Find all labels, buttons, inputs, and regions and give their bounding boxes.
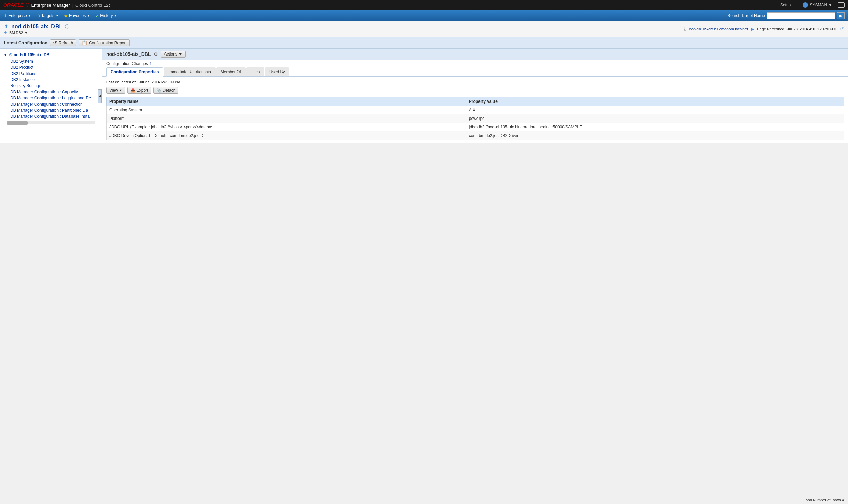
tab-used-by[interactable]: Used By <box>265 67 289 76</box>
em-title: Enterprise Manager <box>31 3 70 8</box>
page-title-row: ⬆ nod-db105-aix_DBL ⓘ <box>4 23 69 30</box>
favorites-label: Favorites <box>69 13 86 18</box>
em-divider: | <box>72 3 73 8</box>
sidebar-item-db-manager-partitioned[interactable]: DB Manager Configuration : Partitioned D… <box>0 107 102 113</box>
latest-config-bar: Latest Configuration ↺ Refresh 📋 Configu… <box>0 37 848 49</box>
table-row: Operating System AIX <box>107 106 844 114</box>
db2-label: IBM DB2 <box>8 31 23 35</box>
sidebar-item-db-manager-logging[interactable]: DB Manager Configuration : Logging and R… <box>0 95 102 101</box>
search-input[interactable] <box>767 12 835 19</box>
nav-bar: ⬆ Enterprise ▼ ⊙ Targets ▼ ★ Favorites ▼… <box>0 10 848 21</box>
tabs-row: Configuration Properties Immediate Relat… <box>102 67 848 77</box>
sidebar-root-item[interactable]: ▼ ⊙ nod-db105-aix_DBL <box>0 51 102 58</box>
sidebar-item-db-manager-connection[interactable]: DB Manager Configuration : Connection <box>0 101 102 107</box>
nav-targets[interactable]: ⊙ Targets ▼ <box>36 13 59 18</box>
config-report-button[interactable]: 📋 Configuration Report <box>79 39 130 46</box>
property-name-0: Operating System <box>107 106 466 114</box>
config-changes: Configuration Changes 1 <box>102 60 848 67</box>
sidebar-item-db-manager-capacity[interactable]: DB Manager Configuration : Capacity <box>0 89 102 95</box>
history-label: History <box>100 13 113 18</box>
refresh-icon: ↺ <box>53 40 57 45</box>
sidebar-scrollbar[interactable] <box>7 121 95 124</box>
favorites-arrow: ▼ <box>87 14 90 17</box>
scrollbar-thumb <box>7 121 28 125</box>
sidebar-item-registry-settings[interactable]: Registry Settings <box>0 83 102 89</box>
page-header-right: 🗄 nod-db105-aix.bluemedora.localnet ▶ Pa… <box>683 26 844 32</box>
target-icon: ⊙ <box>9 52 12 57</box>
sidebar-collapse-handle[interactable]: ◀ <box>98 89 102 103</box>
panel-header: nod-db105-aix_DBL ⚙ Actions ▼ <box>102 49 848 60</box>
property-name-3: JDBC Driver (Optional - Default : com.ib… <box>107 131 466 140</box>
report-icon: 📋 <box>82 40 87 45</box>
tab-content: Last collected at Jul 27, 2014 6:25:09 P… <box>102 77 848 143</box>
cloud-version: Cloud Control 12c <box>75 3 111 8</box>
last-collected: Last collected at Jul 27, 2014 6:25:09 P… <box>106 80 844 84</box>
enterprise-arrow: ▼ <box>28 14 31 17</box>
home-icon: ⬆ <box>4 23 9 30</box>
trademark-icon: ® <box>26 2 29 8</box>
right-panel: nod-db105-aix_DBL ⚙ Actions ▼ Configurat… <box>102 49 848 143</box>
user-info[interactable]: SYSMAN ▼ <box>803 2 832 8</box>
setup-btn[interactable]: Setup <box>780 3 791 7</box>
table-row: JDBC Driver (Optional - Default : com.ib… <box>107 131 844 140</box>
property-value-2: jdbc:db2://nod-db105-aix.bluemedora.loca… <box>466 123 844 131</box>
export-button[interactable]: 📤 Export <box>127 87 152 94</box>
sidebar-item-db2-partitions[interactable]: DB2 Partitions <box>0 70 102 77</box>
top-bar-left: ORACLE ® Enterprise Manager | Cloud Cont… <box>3 2 111 8</box>
sidebar-item-db2-instance[interactable]: DB2 Instance <box>0 77 102 83</box>
export-label: Export <box>137 88 148 93</box>
user-label: SYSMAN <box>810 3 827 7</box>
history-arrow: ▼ <box>114 14 117 17</box>
property-value-0: AIX <box>466 106 844 114</box>
sidebar-item-db-manager-database[interactable]: DB Manager Configuration : Database Inst… <box>0 113 102 120</box>
page-refresh-icon[interactable]: ↺ <box>840 26 844 32</box>
table-row: Platform powerpc <box>107 114 844 123</box>
tab-member-of[interactable]: Member Of <box>216 67 246 76</box>
history-icon: ✓ <box>95 13 99 18</box>
detach-button[interactable]: 📎 Detach <box>153 87 178 94</box>
export-icon: 📤 <box>130 88 136 93</box>
db2-arrow: ▼ <box>24 31 28 35</box>
db2-badge[interactable]: ⊙ IBM DB2 ▼ <box>4 30 69 35</box>
play-button[interactable]: ▶ <box>751 26 754 32</box>
actions-button[interactable]: Actions ▼ <box>161 51 185 58</box>
view-arrow: ▼ <box>119 89 122 92</box>
property-value-3: com.ibm.db2.jcc.DB2Driver <box>466 131 844 140</box>
refresh-label: Refresh <box>59 41 73 45</box>
window-control[interactable] <box>838 2 845 8</box>
nav-history[interactable]: ✓ History ▼ <box>95 13 117 18</box>
info-icon[interactable]: ⓘ <box>65 23 69 30</box>
expand-icon: ▼ <box>3 52 7 57</box>
targets-icon: ⊙ <box>36 13 40 18</box>
db2-icon: ⊙ <box>4 30 7 35</box>
sidebar-item-db2-system[interactable]: DB2 System <box>0 58 102 64</box>
search-label: Search Target Name <box>727 13 765 18</box>
config-changes-label: Configuration Changes <box>106 61 148 66</box>
property-value-1: powerpc <box>466 114 844 123</box>
sidebar: ▼ ⊙ nod-db105-aix_DBL DB2 System DB2 Pro… <box>0 49 102 143</box>
col-header-property-value: Property Value <box>466 97 844 106</box>
view-button[interactable]: View ▼ <box>106 87 125 94</box>
nav-favorites[interactable]: ★ Favorites ▼ <box>64 13 90 18</box>
tab-uses[interactable]: Uses <box>246 67 264 76</box>
actions-arrow: ▼ <box>178 52 183 57</box>
favorites-icon: ★ <box>64 13 68 18</box>
tab-immediate-relationship[interactable]: Immediate Relationship <box>164 67 215 76</box>
panel-title: nod-db105-aix_DBL <box>106 51 151 57</box>
nav-enterprise[interactable]: ⬆ Enterprise ▼ <box>3 13 31 18</box>
top-bar-right: Setup | SYSMAN ▼ <box>780 2 845 8</box>
enterprise-icon: ⬆ <box>3 13 7 18</box>
breadcrumb-link[interactable]: nod-db105-aix.bluemedora.localnet <box>689 27 748 31</box>
tab-config-properties[interactable]: Configuration Properties <box>106 67 163 77</box>
top-bar: ORACLE ® Enterprise Manager | Cloud Cont… <box>0 0 848 10</box>
sidebar-item-db2-product[interactable]: DB2 Product <box>0 64 102 70</box>
actions-label: Actions <box>164 52 177 57</box>
refresh-button[interactable]: ↺ Refresh <box>50 39 76 46</box>
targets-label: Targets <box>41 13 54 18</box>
db-icon: 🗄 <box>683 27 687 31</box>
page-header: ⬆ nod-db105-aix_DBL ⓘ ⊙ IBM DB2 ▼ 🗄 nod-… <box>0 21 848 37</box>
search-button[interactable]: ▶ <box>837 12 845 19</box>
page-title: nod-db105-aix_DBL <box>11 23 62 30</box>
oracle-logo: ORACLE <box>3 2 23 8</box>
config-changes-count[interactable]: 1 <box>150 61 152 66</box>
